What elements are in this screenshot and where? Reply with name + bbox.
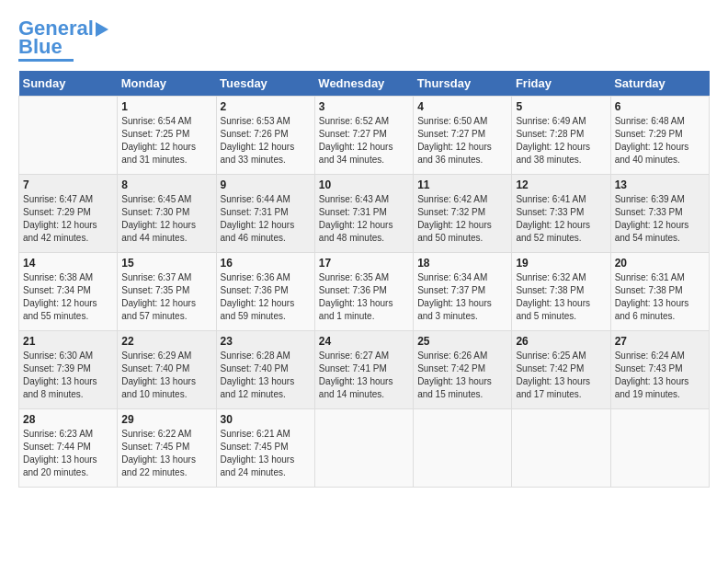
day-info: Sunrise: 6:52 AM Sunset: 7:27 PM Dayligh… <box>319 115 409 167</box>
header: General Blue <box>18 18 710 62</box>
calendar-cell: 15Sunrise: 6:37 AM Sunset: 7:35 PM Dayli… <box>118 253 216 331</box>
day-info: Sunrise: 6:45 AM Sunset: 7:30 PM Dayligh… <box>121 193 211 245</box>
day-number: 22 <box>121 335 211 348</box>
day-of-week-header: Friday <box>512 71 610 97</box>
day-info: Sunrise: 6:50 AM Sunset: 7:27 PM Dayligh… <box>417 115 507 167</box>
calendar-cell: 29Sunrise: 6:22 AM Sunset: 7:45 PM Dayli… <box>118 409 216 488</box>
calendar-cell: 24Sunrise: 6:27 AM Sunset: 7:41 PM Dayli… <box>314 331 413 409</box>
day-number: 19 <box>516 257 606 270</box>
day-info: Sunrise: 6:27 AM Sunset: 7:41 PM Dayligh… <box>319 350 409 401</box>
day-number: 2 <box>221 100 311 113</box>
calendar-cell: 26Sunrise: 6:25 AM Sunset: 7:42 PM Dayli… <box>512 331 610 409</box>
day-info: Sunrise: 6:47 AM Sunset: 7:29 PM Dayligh… <box>23 193 113 245</box>
calendar-cell: 14Sunrise: 6:38 AM Sunset: 7:34 PM Dayli… <box>19 253 118 331</box>
calendar-cell: 12Sunrise: 6:41 AM Sunset: 7:33 PM Dayli… <box>512 175 610 253</box>
calendar-cell: 18Sunrise: 6:34 AM Sunset: 7:37 PM Dayli… <box>414 253 512 331</box>
calendar-week-row: 14Sunrise: 6:38 AM Sunset: 7:34 PM Dayli… <box>19 253 710 331</box>
day-info: Sunrise: 6:23 AM Sunset: 7:44 PM Dayligh… <box>23 428 113 479</box>
calendar-cell <box>314 409 413 488</box>
day-info: Sunrise: 6:53 AM Sunset: 7:26 PM Dayligh… <box>221 115 311 167</box>
day-info: Sunrise: 6:42 AM Sunset: 7:32 PM Dayligh… <box>417 193 507 245</box>
calendar-week-row: 28Sunrise: 6:23 AM Sunset: 7:44 PM Dayli… <box>19 409 710 488</box>
day-number: 28 <box>23 413 113 426</box>
day-info: Sunrise: 6:54 AM Sunset: 7:25 PM Dayligh… <box>121 115 211 167</box>
logo: General Blue <box>18 18 108 62</box>
day-info: Sunrise: 6:36 AM Sunset: 7:36 PM Dayligh… <box>221 271 311 323</box>
day-number: 12 <box>516 178 606 191</box>
day-number: 13 <box>615 178 705 191</box>
calendar-cell: 4Sunrise: 6:50 AM Sunset: 7:27 PM Daylig… <box>414 97 512 175</box>
logo-text2: Blue <box>18 37 63 57</box>
day-number: 17 <box>319 257 409 270</box>
day-info: Sunrise: 6:25 AM Sunset: 7:42 PM Dayligh… <box>516 350 606 401</box>
day-info: Sunrise: 6:41 AM Sunset: 7:33 PM Dayligh… <box>516 193 606 245</box>
calendar-cell: 28Sunrise: 6:23 AM Sunset: 7:44 PM Dayli… <box>19 409 118 488</box>
calendar-cell: 11Sunrise: 6:42 AM Sunset: 7:32 PM Dayli… <box>414 175 512 253</box>
calendar-cell: 8Sunrise: 6:45 AM Sunset: 7:30 PM Daylig… <box>118 175 216 253</box>
day-of-week-header: Saturday <box>610 71 709 97</box>
day-info: Sunrise: 6:34 AM Sunset: 7:37 PM Dayligh… <box>417 271 507 323</box>
day-info: Sunrise: 6:49 AM Sunset: 7:28 PM Dayligh… <box>516 115 606 167</box>
logo-underline <box>18 59 74 62</box>
calendar-week-row: 1Sunrise: 6:54 AM Sunset: 7:25 PM Daylig… <box>19 97 710 175</box>
day-number: 8 <box>121 178 211 191</box>
calendar-cell: 6Sunrise: 6:48 AM Sunset: 7:29 PM Daylig… <box>610 97 709 175</box>
calendar-body: 1Sunrise: 6:54 AM Sunset: 7:25 PM Daylig… <box>19 97 710 488</box>
day-number: 27 <box>615 335 705 348</box>
day-number: 4 <box>417 100 507 113</box>
day-of-week-header: Tuesday <box>216 71 314 97</box>
day-info: Sunrise: 6:32 AM Sunset: 7:38 PM Dayligh… <box>516 271 606 323</box>
day-number: 29 <box>121 413 211 426</box>
calendar-cell: 23Sunrise: 6:28 AM Sunset: 7:40 PM Dayli… <box>216 331 314 409</box>
day-number: 26 <box>516 335 606 348</box>
calendar-cell <box>414 409 512 488</box>
day-info: Sunrise: 6:28 AM Sunset: 7:40 PM Dayligh… <box>221 350 311 401</box>
day-info: Sunrise: 6:39 AM Sunset: 7:33 PM Dayligh… <box>615 193 705 245</box>
calendar-cell <box>19 97 118 175</box>
day-info: Sunrise: 6:24 AM Sunset: 7:43 PM Dayligh… <box>615 350 705 401</box>
day-number: 6 <box>615 100 705 113</box>
calendar-header-row: SundayMondayTuesdayWednesdayThursdayFrid… <box>19 71 710 97</box>
day-number: 15 <box>121 257 211 270</box>
day-number: 3 <box>319 100 409 113</box>
day-number: 11 <box>417 178 507 191</box>
calendar-cell: 17Sunrise: 6:35 AM Sunset: 7:36 PM Dayli… <box>314 253 413 331</box>
day-info: Sunrise: 6:22 AM Sunset: 7:45 PM Dayligh… <box>121 428 211 479</box>
calendar-cell: 3Sunrise: 6:52 AM Sunset: 7:27 PM Daylig… <box>314 97 413 175</box>
calendar-cell: 19Sunrise: 6:32 AM Sunset: 7:38 PM Dayli… <box>512 253 610 331</box>
day-number: 25 <box>417 335 507 348</box>
day-info: Sunrise: 6:31 AM Sunset: 7:38 PM Dayligh… <box>615 271 705 323</box>
day-info: Sunrise: 6:44 AM Sunset: 7:31 PM Dayligh… <box>221 193 311 245</box>
day-info: Sunrise: 6:48 AM Sunset: 7:29 PM Dayligh… <box>615 115 705 167</box>
day-number: 14 <box>23 257 113 270</box>
day-info: Sunrise: 6:43 AM Sunset: 7:31 PM Dayligh… <box>319 193 409 245</box>
day-info: Sunrise: 6:35 AM Sunset: 7:36 PM Dayligh… <box>319 271 409 323</box>
day-info: Sunrise: 6:30 AM Sunset: 7:39 PM Dayligh… <box>23 350 113 401</box>
calendar-cell: 22Sunrise: 6:29 AM Sunset: 7:40 PM Dayli… <box>118 331 216 409</box>
day-number: 18 <box>417 257 507 270</box>
day-number: 1 <box>121 100 211 113</box>
day-number: 24 <box>319 335 409 348</box>
day-of-week-header: Sunday <box>19 71 118 97</box>
day-number: 9 <box>221 178 311 191</box>
day-number: 7 <box>23 178 113 191</box>
calendar-cell: 21Sunrise: 6:30 AM Sunset: 7:39 PM Dayli… <box>19 331 118 409</box>
day-number: 30 <box>221 413 311 426</box>
calendar-cell: 30Sunrise: 6:21 AM Sunset: 7:45 PM Dayli… <box>216 409 314 488</box>
day-of-week-header: Wednesday <box>314 71 413 97</box>
calendar-cell: 7Sunrise: 6:47 AM Sunset: 7:29 PM Daylig… <box>19 175 118 253</box>
calendar-cell: 2Sunrise: 6:53 AM Sunset: 7:26 PM Daylig… <box>216 97 314 175</box>
calendar-cell: 10Sunrise: 6:43 AM Sunset: 7:31 PM Dayli… <box>314 175 413 253</box>
day-info: Sunrise: 6:37 AM Sunset: 7:35 PM Dayligh… <box>121 271 211 323</box>
day-number: 21 <box>23 335 113 348</box>
day-info: Sunrise: 6:38 AM Sunset: 7:34 PM Dayligh… <box>23 271 113 323</box>
day-number: 16 <box>221 257 311 270</box>
calendar-cell: 27Sunrise: 6:24 AM Sunset: 7:43 PM Dayli… <box>610 331 709 409</box>
calendar-table: SundayMondayTuesdayWednesdayThursdayFrid… <box>18 71 710 488</box>
calendar-cell: 1Sunrise: 6:54 AM Sunset: 7:25 PM Daylig… <box>118 97 216 175</box>
calendar-cell: 25Sunrise: 6:26 AM Sunset: 7:42 PM Dayli… <box>414 331 512 409</box>
day-info: Sunrise: 6:21 AM Sunset: 7:45 PM Dayligh… <box>221 428 311 479</box>
calendar-cell <box>512 409 610 488</box>
calendar-cell: 5Sunrise: 6:49 AM Sunset: 7:28 PM Daylig… <box>512 97 610 175</box>
calendar-week-row: 7Sunrise: 6:47 AM Sunset: 7:29 PM Daylig… <box>19 175 710 253</box>
